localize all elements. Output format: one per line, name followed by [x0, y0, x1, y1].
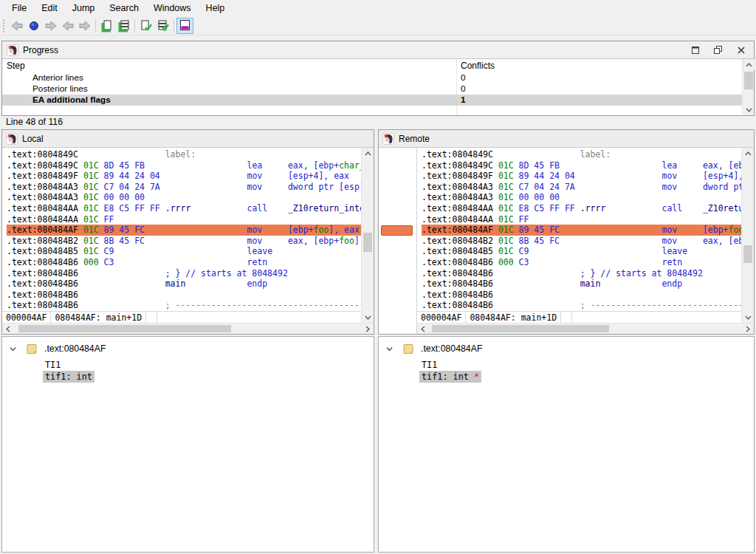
- scroll-left-icon[interactable]: [417, 324, 429, 334]
- listing-line[interactable]: .text:080484A3 01C C7 04 24 7A mov dword…: [422, 182, 741, 193]
- listing-line[interactable]: .text:080484B2 01C 8B 45 FC mov eax, [eb…: [422, 236, 741, 247]
- scroll-down-icon[interactable]: [742, 312, 754, 323]
- menu-windows[interactable]: Windows: [146, 1, 199, 15]
- tree-node-row[interactable]: .text:080484AF: [2, 342, 106, 355]
- type-value-selected[interactable]: tif1: int: [43, 371, 94, 383]
- listing-line[interactable]: .text:080484B6 000 C3 retn: [422, 257, 741, 268]
- scroll-up-icon[interactable]: [742, 148, 754, 159]
- local-horizontal-scrollbar[interactable]: [2, 323, 374, 334]
- pages-accept-button[interactable]: [115, 18, 132, 34]
- remote-disassembly-listing: .text:0804849C label:.text:0804849C 01C …: [417, 148, 741, 311]
- table-row[interactable]: Anterior lines 0: [2, 72, 754, 83]
- local-status-bar: 000004AF 080484AF: main+1D: [2, 311, 361, 323]
- scroll-down-icon[interactable]: [743, 104, 755, 115]
- listing-line[interactable]: .text:080484B6 main endp: [7, 278, 361, 290]
- column-conflicts[interactable]: Conflicts: [461, 61, 495, 71]
- column-step[interactable]: Step: [7, 61, 25, 71]
- prev-arrow-icon: [61, 20, 75, 32]
- scroll-up-icon[interactable]: [743, 59, 755, 70]
- page-check-icon: [140, 19, 153, 33]
- listing-line[interactable]: .text:080484B6 main endp: [422, 278, 741, 290]
- listing-line[interactable]: .text:080484B6 ; } // starts at 8048492: [422, 268, 741, 279]
- scroll-left-icon[interactable]: [2, 324, 14, 334]
- listing-line[interactable]: .text:080484A3 01C 00 00 00: [422, 192, 741, 203]
- listing-line[interactable]: .text:0804849C label:: [7, 149, 361, 160]
- listing-line[interactable]: .text:080484B2 01C 8B 45 FC mov eax, [eb…: [7, 236, 361, 247]
- page-accept-button[interactable]: [98, 18, 115, 34]
- table-scrollbar[interactable]: [742, 59, 754, 115]
- listing-line[interactable]: .text:0804849F 01C 89 44 24 04 mov [esp+…: [7, 171, 361, 182]
- menu-edit[interactable]: Edit: [34, 1, 65, 15]
- listing-line[interactable]: .text:080484B5 01C C9 leave: [422, 246, 741, 257]
- prev-arrow-button[interactable]: [59, 18, 76, 34]
- scroll-down-icon[interactable]: [362, 312, 374, 323]
- listing-line[interactable]: .text:080484B6 000 C3 retn: [7, 257, 361, 268]
- listing-line[interactable]: .text:0804849F 01C 89 44 24 04 mov [esp+…: [422, 171, 741, 182]
- scroll-right-icon[interactable]: [362, 324, 374, 334]
- line-position-label: Line 48 of 116: [6, 117, 63, 127]
- listing-line[interactable]: .text:0804849C 01C 8D 45 FB lea eax, [eb…: [7, 160, 361, 171]
- address-node-label[interactable]: .text:080484AF: [421, 343, 482, 354]
- page-check-button[interactable]: [137, 18, 154, 34]
- progress-title-bar: Progress: [2, 41, 754, 59]
- type-value-selected[interactable]: tif1: int *: [419, 371, 481, 383]
- scrollbar-thumb[interactable]: [743, 245, 752, 263]
- table-row-selected[interactable]: EA additional flags 1: [2, 95, 754, 106]
- type-name[interactable]: TI1: [422, 360, 437, 370]
- listing-line[interactable]: .text:080484B6: [422, 290, 741, 301]
- scrollbar-thumb[interactable]: [363, 233, 372, 252]
- toolbar-grip[interactable]: [2, 19, 5, 33]
- address-function-value: 080484AF: main+1D: [466, 312, 560, 323]
- menu-file[interactable]: File: [4, 1, 34, 15]
- remote-pane-header: Remote: [379, 130, 754, 148]
- listing-line[interactable]: .text:0804849C 01C 8D 45 FB lea eax, [eb…: [422, 160, 741, 171]
- maximize-button[interactable]: [685, 43, 705, 57]
- close-button[interactable]: [731, 43, 751, 57]
- offset-value: 000004AF: [2, 312, 50, 323]
- scrollbar-thumb[interactable]: [432, 325, 609, 332]
- merge-view-button[interactable]: [176, 18, 193, 34]
- remote-horizontal-scrollbar[interactable]: [417, 323, 754, 334]
- menu-search[interactable]: Search: [102, 1, 146, 15]
- restore-button[interactable]: [708, 43, 728, 57]
- menu-jump[interactable]: Jump: [65, 1, 103, 15]
- ida-app-icon: [7, 44, 18, 56]
- listing-line[interactable]: .text:080484B5 01C C9 leave: [7, 246, 361, 257]
- scroll-right-icon[interactable]: [742, 324, 754, 334]
- listing-line[interactable]: .text:080484B6 ; } // starts at 8048492: [7, 268, 361, 279]
- chevron-down-icon[interactable]: [385, 345, 394, 353]
- listing-line[interactable]: .text:080484B6 ; -----------------------…: [7, 300, 361, 311]
- remote-vertical-scrollbar[interactable]: [741, 148, 754, 323]
- listing-line[interactable]: .text:080484AA 01C E8 C5 FF FF .rrrr cal…: [7, 203, 361, 214]
- scroll-up-icon[interactable]: [362, 148, 374, 159]
- listing-line[interactable]: .text:080484AA 01C E8 C5 FF FF .rrrr cal…: [422, 203, 741, 214]
- listing-line[interactable]: .text:080484A3 01C C7 04 24 7A mov dword…: [7, 182, 361, 193]
- listing-line[interactable]: .text:080484A3 01C 00 00 00: [7, 192, 361, 203]
- pages-check-button[interactable]: [154, 18, 171, 34]
- back-arrow-button[interactable]: [8, 18, 25, 34]
- listing-line[interactable]: .text:080484AA 01C FF: [422, 214, 741, 225]
- close-icon: [738, 47, 745, 54]
- maximize-icon: [692, 47, 699, 54]
- next-arrow-button[interactable]: [76, 18, 93, 34]
- forward-arrow-button[interactable]: [42, 18, 59, 34]
- current-position-button[interactable]: [25, 18, 42, 34]
- listing-line-highlighted[interactable]: .text:080484AF 01C 89 45 FC mov [ebp+foo…: [7, 225, 361, 236]
- scrollbar-thumb[interactable]: [18, 325, 231, 332]
- table-row[interactable]: Posterior lines 0: [2, 83, 754, 95]
- local-vertical-scrollbar[interactable]: [361, 148, 374, 323]
- menu-help[interactable]: Help: [199, 1, 233, 15]
- listing-line-highlighted[interactable]: .text:080484AF 01C 89 45 FC mov [ebp+foo…: [422, 225, 741, 236]
- chevron-down-icon[interactable]: [9, 345, 17, 353]
- listing-line[interactable]: .text:080484AA 01C FF: [7, 214, 361, 225]
- type-name[interactable]: TI1: [45, 360, 61, 370]
- listing-line[interactable]: .text:080484B6 ; -----------------------…: [422, 300, 741, 311]
- tree-node-row[interactable]: .text:080484AF: [379, 342, 482, 355]
- conflict-marker[interactable]: [381, 225, 413, 236]
- listing-line[interactable]: .text:080484B6: [7, 290, 361, 301]
- ida-app-icon: [382, 133, 394, 145]
- listing-line[interactable]: .text:0804849C label:: [422, 149, 741, 160]
- address-node-label[interactable]: .text:080484AF: [44, 343, 106, 354]
- scrollbar-thumb[interactable]: [744, 72, 753, 89]
- progress-table: Step Conflicts Anterior lines 0 Posterio…: [2, 59, 754, 115]
